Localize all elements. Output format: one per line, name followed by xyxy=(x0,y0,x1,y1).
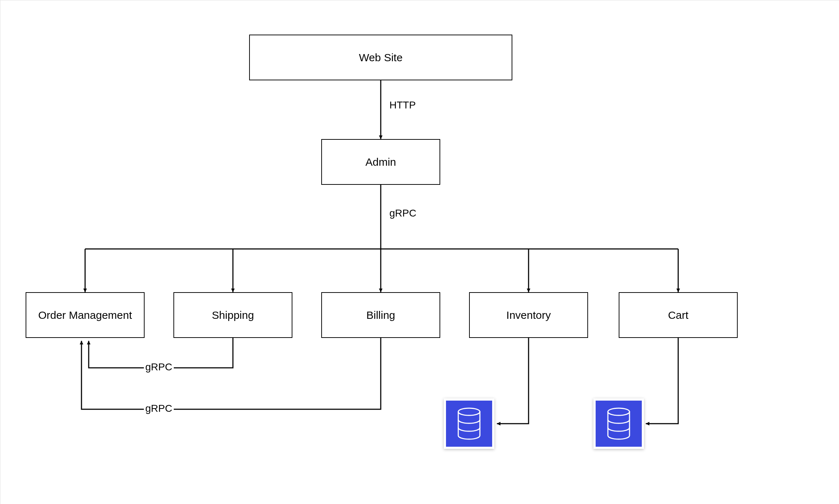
node-admin-label: Admin xyxy=(365,156,396,168)
node-order-management-label: Order Management xyxy=(38,309,132,321)
node-inventory-label: Inventory xyxy=(506,309,551,321)
edge-label-grpc-fanout: gRPC xyxy=(388,208,418,219)
node-admin: Admin xyxy=(321,139,440,185)
database-icon xyxy=(456,407,482,440)
node-website: Web Site xyxy=(249,35,512,80)
svg-point-0 xyxy=(458,408,480,415)
node-website-label: Web Site xyxy=(359,52,402,64)
node-cart: Cart xyxy=(619,292,738,338)
edge-label-grpc-billing: gRPC xyxy=(144,403,174,414)
database-icon xyxy=(606,407,631,440)
node-order-management: Order Management xyxy=(26,292,145,338)
architecture-diagram: Web Site Admin Order Management Shipping… xyxy=(0,0,839,504)
node-billing: Billing xyxy=(321,292,440,338)
node-shipping-label: Shipping xyxy=(212,309,254,321)
edge-label-grpc-shipping: gRPC xyxy=(144,361,174,373)
edge-inventory-db xyxy=(497,337,529,424)
database-icon-cart xyxy=(593,398,644,449)
node-shipping: Shipping xyxy=(173,292,292,338)
database-icon-inventory xyxy=(444,398,494,449)
node-cart-label: Cart xyxy=(668,309,689,321)
svg-point-1 xyxy=(608,408,630,415)
node-billing-label: Billing xyxy=(366,309,395,321)
edge-label-http: HTTP xyxy=(388,99,417,111)
edge-cart-db xyxy=(646,337,678,424)
node-inventory: Inventory xyxy=(469,292,588,338)
edge-billing-ordermgmt xyxy=(81,337,381,409)
